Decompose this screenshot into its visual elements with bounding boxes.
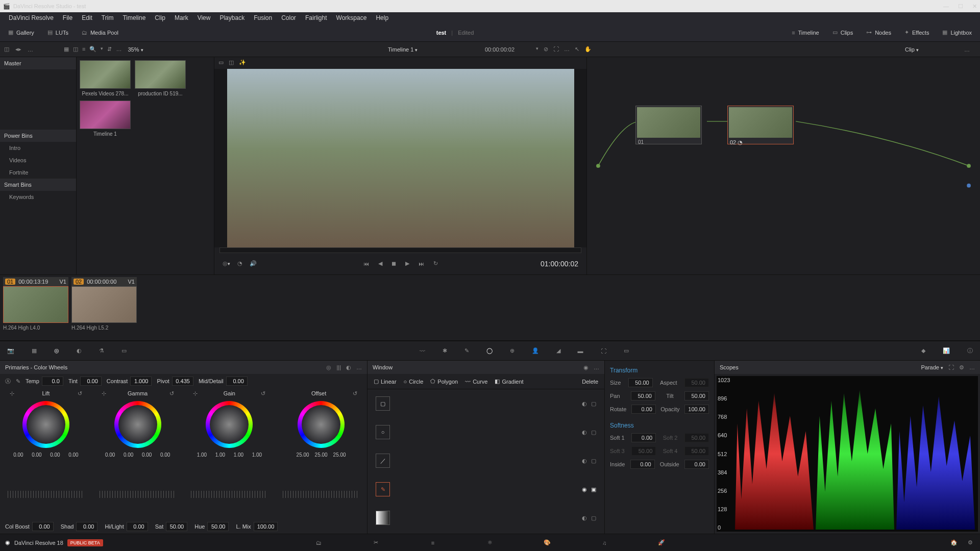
viewer-scrubber[interactable]	[219, 247, 581, 253]
clip-selector[interactable]: Clip ▾	[905, 46, 919, 53]
nodes-button[interactable]: ⊶Nodes	[863, 27, 894, 38]
scopes-mode[interactable]: Parade ▾	[921, 364, 943, 370]
mediapool-button[interactable]: 🗂Media Pool	[79, 28, 121, 38]
mask-show-icon[interactable]: ▢	[591, 515, 596, 521]
view-thumb-icon[interactable]: ◫	[73, 46, 78, 53]
master-bin[interactable]: Master	[0, 57, 76, 69]
mask-gradient-button[interactable]: ◧Gradient	[493, 377, 525, 386]
scopes-settings-icon[interactable]: ⚙	[959, 364, 964, 371]
lift-reset-icon[interactable]: ↺	[78, 390, 82, 397]
lift-wheel[interactable]: ⊹Lift↺ 0.000.000.000.00	[3, 390, 89, 487]
mask-row-curve-active[interactable]: ✎ ◉▣	[372, 479, 600, 499]
rotate-value[interactable]: 0.00	[631, 405, 656, 414]
gallery-button[interactable]: ▦Gallery	[5, 27, 37, 38]
page-color[interactable]: 🎨	[542, 537, 553, 548]
aspect-value[interactable]: 50.00	[684, 378, 709, 387]
offset-wheel[interactable]: Offset↺ 25.0025.0025.00	[278, 390, 364, 487]
nodes-options-icon[interactable]: …	[964, 46, 970, 53]
close-button[interactable]: ✕	[972, 3, 977, 10]
mask-gradient-icon[interactable]	[376, 511, 390, 525]
mask-invert-icon[interactable]: ◐	[582, 429, 587, 436]
lift-picker-icon[interactable]: ⊹	[10, 390, 14, 397]
unmix-icon[interactable]: ◔	[237, 260, 242, 267]
menu-fairlight[interactable]: Fairlight	[301, 14, 332, 21]
curves-icon[interactable]: 〰	[420, 348, 425, 354]
tc-dropdown-icon[interactable]: ▾	[536, 46, 538, 53]
effects-button[interactable]: ✦Effects	[901, 27, 932, 38]
offset-reset-icon[interactable]: ↺	[353, 390, 357, 397]
warper-icon[interactable]: ✱	[443, 347, 447, 354]
timeline-button[interactable]: ≡Timeline	[789, 28, 822, 38]
inside-value[interactable]: 0.00	[630, 460, 655, 469]
luts-button[interactable]: ▤LUTs	[44, 27, 71, 38]
zoom-level[interactable]: 35% ▾	[128, 46, 143, 53]
picker-dropper-icon[interactable]: ✎	[16, 378, 20, 385]
primaries-options-icon[interactable]: …	[356, 364, 362, 371]
mask-invert-icon[interactable]: ◐	[582, 400, 587, 407]
audio-icon[interactable]: 🔊	[250, 260, 257, 267]
color-match-icon[interactable]: ▦	[32, 347, 37, 354]
mask-show-icon[interactable]: ▢	[591, 429, 596, 436]
lmix-value[interactable]: 100.00	[254, 522, 278, 531]
options-icon[interactable]: …	[116, 46, 121, 53]
mask-row-linear[interactable]: ▢ ◐▢	[372, 393, 600, 414]
layout-icon[interactable]: ◫	[4, 46, 9, 53]
primaries-icon[interactable]: ◎	[54, 347, 59, 354]
node-02[interactable]: 02 ◔	[727, 106, 794, 144]
timeline-name[interactable]: Timeline 1 ▾	[388, 46, 418, 53]
camera-raw-icon[interactable]: 📷	[7, 347, 14, 354]
scopes-options-icon[interactable]: …	[969, 364, 975, 370]
mask-linear-icon[interactable]: ▢	[376, 396, 390, 411]
tilt-value[interactable]: 50.00	[684, 391, 709, 400]
3d-icon[interactable]: ▭	[624, 347, 629, 354]
menu-trim[interactable]: Trim	[97, 14, 118, 21]
picker-a-icon[interactable]: Ⓐ	[5, 378, 11, 385]
maximize-button[interactable]: ☐	[958, 3, 963, 10]
scopes-expand-icon[interactable]: ⛶	[948, 364, 954, 370]
mask-invert-icon[interactable]: ◉	[582, 486, 587, 493]
hilight-value[interactable]: 0.00	[127, 522, 148, 531]
clips-button[interactable]: ▭Clips	[829, 27, 856, 38]
viewer-mode-1-icon[interactable]: ▭	[218, 59, 224, 67]
strip-clip-2[interactable]: 0200:00:00:00V1 H.264 High L5.2	[71, 277, 137, 338]
menu-file[interactable]: File	[58, 14, 77, 21]
gain-reset-icon[interactable]: ↺	[261, 390, 265, 397]
opacity-value[interactable]: 100.00	[684, 405, 709, 414]
mask-circle-button[interactable]: ○Circle	[402, 377, 426, 386]
menu-edit[interactable]: Edit	[77, 14, 97, 21]
hand-icon[interactable]: ✋	[584, 46, 592, 53]
sizing-icon[interactable]: ⛶	[601, 348, 606, 354]
scopes-toggle-icon[interactable]: 📊	[943, 347, 950, 354]
middetail-value[interactable]: 0.00	[226, 377, 248, 386]
soft4-value[interactable]: 50.00	[684, 446, 709, 456]
info-icon[interactable]: ⓘ	[967, 347, 973, 355]
rgb-mixer-icon[interactable]: ⚗	[99, 347, 104, 354]
soft1-value[interactable]: 0.00	[631, 433, 656, 442]
mask-linear-button[interactable]: ▢Linear	[372, 377, 399, 386]
bin-fortnite[interactable]: Fortnite	[0, 166, 76, 179]
sort-icon[interactable]: ⇵	[107, 46, 112, 53]
tint-value[interactable]: 0.00	[80, 377, 102, 386]
menu-workspace[interactable]: Workspace	[332, 14, 372, 21]
gamma-reset-icon[interactable]: ↺	[169, 390, 174, 397]
mask-curve-active-icon[interactable]: ✎	[376, 482, 390, 496]
page-fusion[interactable]: ⚛	[484, 537, 496, 548]
mask-show-icon[interactable]: ▣	[591, 486, 596, 493]
key-icon[interactable]: ▬	[578, 348, 583, 354]
log-mode-icon[interactable]: ◐	[346, 364, 351, 371]
keyframe-icon[interactable]: ◆	[921, 347, 925, 354]
menu-mark[interactable]: Mark	[170, 14, 193, 21]
soft2-value[interactable]: 50.00	[684, 433, 709, 442]
mask-show-icon[interactable]: ▢	[591, 400, 596, 407]
gamma-picker-icon[interactable]: ⊹	[102, 390, 106, 397]
settings-icon[interactable]: ⚙	[968, 539, 973, 546]
motion-icon[interactable]: ▭	[121, 347, 127, 354]
viewer-options-icon[interactable]: …	[564, 46, 570, 53]
sat-value[interactable]: 50.00	[166, 522, 187, 531]
strip-clip-1[interactable]: 0100:00:13:19V1 H.264 High L4.0	[3, 277, 68, 338]
wheels-mode-icon[interactable]: ◎	[326, 364, 331, 371]
view-list-icon[interactable]: ≡	[82, 46, 85, 53]
lightbox-button[interactable]: ▦Lightbox	[939, 27, 975, 38]
window-icon[interactable]: ◯	[486, 347, 493, 354]
pointer-icon[interactable]: ↖	[575, 46, 579, 53]
